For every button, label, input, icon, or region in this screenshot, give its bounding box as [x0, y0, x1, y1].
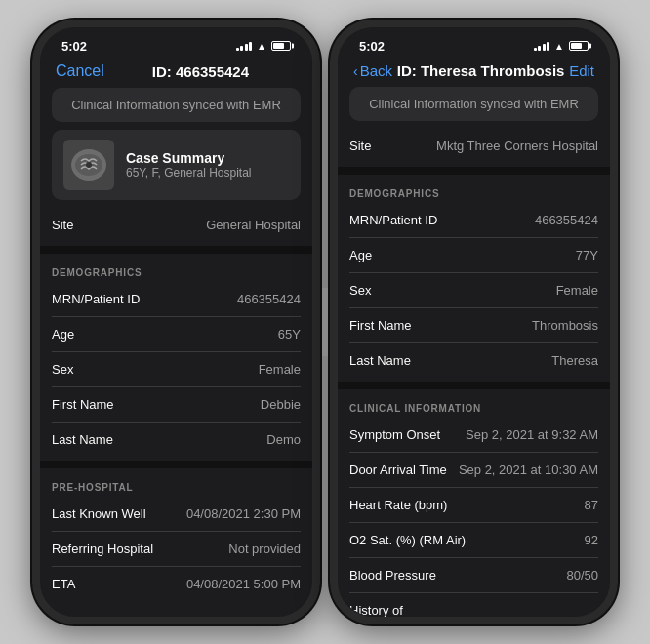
scroll-area-1[interactable]: Site General Hospital DEMOGRAPHICS MRN/P…	[40, 208, 312, 617]
divider-1	[40, 246, 312, 254]
nav-bar-1: Cancel ID: 466355424	[40, 59, 312, 88]
cardio-label: History of Cardiopulmonary Disease	[349, 603, 486, 617]
lkw-label: Last Known Well	[52, 506, 146, 521]
lastname-label-2: Last Name	[349, 353, 411, 368]
phone-2: 5:02 ▲ ‹ Bac	[330, 20, 618, 624]
nav-title-1: ID: 466355424	[152, 63, 249, 80]
cancel-button[interactable]: Cancel	[56, 62, 104, 80]
divider-3	[338, 167, 610, 175]
status-bar-1: 5:02 ▲	[40, 27, 312, 59]
mrn-row-1: MRN/Patient ID 466355424	[52, 282, 301, 317]
site-section-2: Site Mktg Three Corners Hospital	[338, 129, 610, 163]
back-label: Back	[360, 62, 392, 79]
bp-label: Blood Pressure	[349, 568, 436, 583]
case-summary-card[interactable]: Case Summary 65Y, F, General Hospital	[52, 130, 301, 200]
status-time-2: 5:02	[359, 39, 385, 54]
status-icons-1: ▲	[236, 41, 291, 52]
chevron-left-icon: ‹	[353, 63, 358, 79]
demographics-header-1: DEMOGRAPHICS	[40, 258, 312, 282]
door-label: Door Arrival Time	[349, 463, 447, 477]
refhosp-label: Referring Hospital	[52, 542, 153, 556]
battery-icon-2	[569, 41, 589, 51]
back-button[interactable]: ‹ Back	[353, 62, 392, 79]
lastname-row-1: Last Name Demo	[52, 423, 301, 457]
sex-row-2: Sex Female	[349, 273, 598, 308]
age-value-2: 77Y	[576, 248, 598, 262]
site-value-1: General Hospital	[206, 218, 301, 232]
brain-svg	[67, 143, 110, 186]
signal-icon-1	[236, 41, 253, 51]
sex-value-1: Female	[259, 362, 301, 377]
firstname-value-2: Thrombosis	[532, 318, 598, 333]
mrn-row-2: MRN/Patient ID 466355424	[349, 203, 598, 238]
heartrate-value: 87	[585, 498, 598, 512]
mrn-label-1: MRN/Patient ID	[52, 292, 140, 306]
site-row-2: Site Mktg Three Corners Hospital	[349, 129, 598, 163]
wifi-icon-2: ▲	[554, 41, 564, 52]
o2-label: O2 Sat. (%) (RM Air)	[349, 533, 466, 547]
synced-banner-1: Clinical Information synced with EMR	[52, 88, 301, 122]
refhosp-value: Not provided	[228, 542, 301, 556]
symptom-value: Sep 2, 2021 at 9:32 AM	[466, 427, 598, 442]
door-value: Sep 2, 2021 at 10:30 AM	[459, 463, 598, 477]
age-label-2: Age	[349, 248, 372, 262]
firstname-row-2: First Name Thrombosis	[349, 308, 598, 343]
svg-point-2	[86, 162, 92, 168]
heartrate-label: Heart Rate (bpm)	[349, 498, 447, 512]
demographics-section-2: MRN/Patient ID 466355424 Age 77Y Sex Fem…	[338, 203, 610, 378]
status-bar-2: 5:02 ▲	[338, 27, 610, 59]
firstname-label-1: First Name	[52, 397, 114, 412]
site-label-1: Site	[52, 218, 73, 232]
case-subtitle: 65Y, F, General Hospital	[126, 166, 252, 180]
bp-row: Blood Pressure 80/50	[349, 558, 598, 593]
battery-icon-1	[271, 41, 291, 51]
sex-row-1: Sex Female	[52, 352, 301, 387]
bp-value: 80/50	[566, 568, 598, 583]
heartrate-row: Heart Rate (bpm) 87	[349, 488, 598, 523]
lastname-row-2: Last Name Theresa	[349, 343, 598, 378]
symptom-label: Symptom Onset	[349, 427, 440, 442]
case-title: Case Summary	[126, 150, 252, 166]
phone-gap	[320, 288, 330, 356]
firstname-row-1: First Name Debbie	[52, 387, 301, 423]
clinical-header-2: CLINICAL INFORMATION	[338, 393, 610, 418]
sex-value-2: Female	[556, 283, 598, 298]
refhosp-row: Referring Hospital Not provided	[52, 532, 301, 567]
mrn-value-1: 466355424	[237, 292, 301, 306]
age-label-1: Age	[52, 327, 74, 342]
status-time-1: 5:02	[61, 39, 87, 54]
mrn-label-2: MRN/Patient ID	[349, 213, 437, 227]
lastname-value-1: Demo	[266, 432, 301, 447]
wifi-icon-1: ▲	[257, 41, 266, 52]
age-value-1: 65Y	[278, 327, 301, 342]
lkw-row: Last Known Well 04/08/2021 2:30 PM	[52, 497, 301, 532]
screen-1: 5:02 ▲ Cancel ID: 4663554	[40, 27, 312, 617]
prehospital-header-1: PRE-HOSPITAL	[40, 472, 312, 497]
demographics-section-1: MRN/Patient ID 466355424 Age 65Y Sex Fem…	[40, 282, 312, 457]
handle-bar	[320, 288, 330, 356]
screen-2: 5:02 ▲ ‹ Bac	[338, 27, 610, 617]
eta-value: 04/08/2021 5:00 PM	[186, 577, 301, 591]
symptom-row: Symptom Onset Sep 2, 2021 at 9:32 AM	[349, 418, 598, 453]
nav-bar-2: ‹ Back ID: Theresa Thrombosis Edit	[338, 59, 610, 87]
o2-value: 92	[585, 533, 598, 547]
brain-scan-image	[63, 140, 114, 190]
case-info: Case Summary 65Y, F, General Hospital	[126, 150, 252, 180]
site-label-2: Site	[349, 139, 371, 153]
eta-label: ETA	[52, 577, 75, 591]
lastname-label-1: Last Name	[52, 432, 113, 447]
firstname-label-2: First Name	[349, 318, 412, 333]
lkw-value: 04/08/2021 2:30 PM	[186, 506, 301, 521]
demographics-header-2: DEMOGRAPHICS	[338, 179, 610, 203]
divider-4	[338, 382, 610, 389]
phone-1: 5:02 ▲ Cancel ID: 4663554	[32, 20, 320, 624]
site-row-1: Site General Hospital	[52, 208, 301, 242]
scroll-area-2[interactable]: Site Mktg Three Corners Hospital DEMOGRA…	[338, 129, 610, 617]
cardio-row: History of Cardiopulmonary Disease Not p…	[349, 593, 598, 617]
site-section-1: Site General Hospital	[40, 208, 312, 242]
signal-icon-2	[534, 41, 550, 51]
edit-button[interactable]: Edit	[569, 62, 594, 79]
o2-row: O2 Sat. (%) (RM Air) 92	[349, 523, 598, 558]
nav-title-2: ID: Theresa Thrombosis	[397, 62, 565, 79]
lastname-value-2: Theresa	[551, 353, 598, 368]
